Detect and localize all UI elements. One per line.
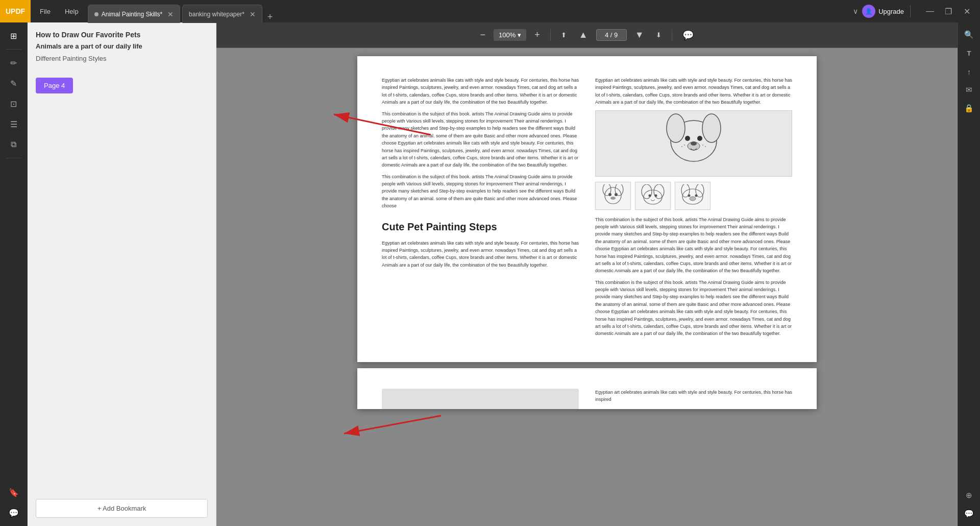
pdf-toolbar: − 100% ▾ + ⬆ ▲ 4 / 9 ▼ ⬇ 💬 <box>216 22 958 48</box>
help-menu[interactable]: Help <box>58 0 86 22</box>
minimize-button[interactable]: — <box>921 4 939 19</box>
svg-point-25 <box>688 194 691 197</box>
pdf-scroll-area[interactable]: Egyptian art celebrates animals like cat… <box>216 48 958 526</box>
maximize-button[interactable]: ❐ <box>939 4 958 19</box>
tab-close-button[interactable]: ✕ <box>167 10 174 18</box>
svg-point-1 <box>667 114 685 142</box>
add-tab-button[interactable]: + <box>262 12 278 22</box>
sidebar-edit-icon[interactable]: ✏ <box>4 54 24 72</box>
close-button[interactable]: ✕ <box>958 4 976 19</box>
zoom-level: 100% <box>499 31 516 39</box>
main-area: ⊞ ✏ ✎ ⊡ ☰ ⧉ 🔖 💬 How to Draw Our Favorite… <box>0 22 980 526</box>
zoom-in-button[interactable]: + <box>530 28 544 42</box>
titlebar: UPDF File Help Animal Painting Skills* ✕… <box>0 0 980 22</box>
tab-banking[interactable]: banking whitepaper* ✕ <box>182 5 262 23</box>
upgrade-label: Upgrade <box>878 8 904 15</box>
pdf-right-para1: Egyptian art celebrates animals like cat… <box>595 77 792 106</box>
sketch3 <box>675 182 710 210</box>
right-search-icon[interactable]: 🔍 <box>960 27 978 43</box>
sidebar-divider <box>6 49 21 50</box>
tab-label: banking whitepaper* <box>189 11 244 18</box>
panel-title[interactable]: How to Draw Our Favorite Pets <box>36 31 208 39</box>
sidebar-grid-icon[interactable]: ⊞ <box>4 27 24 45</box>
svg-point-2 <box>702 114 721 142</box>
pdf-page5-cols: Egyptian art celebrates animals like cat… <box>382 389 792 409</box>
zoom-dropdown-icon[interactable]: ▾ <box>518 31 521 39</box>
pdf-area: − 100% ▾ + ⬆ ▲ 4 / 9 ▼ ⬇ 💬 Egyptian art <box>216 22 958 526</box>
page-badge[interactable]: Page 4 <box>36 78 73 93</box>
titlebar-divider <box>910 5 911 17</box>
pdf-page5-text: Egyptian art celebrates animals like cat… <box>595 389 792 403</box>
svg-point-14 <box>608 193 611 196</box>
dog-illustration <box>595 110 792 177</box>
next-page-button[interactable]: ▼ <box>631 28 648 42</box>
user-avatar: 👤 <box>862 5 875 18</box>
panel-subtitle[interactable]: Animals are a part of our daily life <box>36 42 208 51</box>
sketch1 <box>595 182 631 210</box>
svg-point-6 <box>691 141 697 146</box>
panel-sidebar: How to Draw Our Favorite Pets Animals ar… <box>28 22 216 526</box>
svg-point-27 <box>690 197 696 201</box>
menu-bar: File Help <box>33 0 86 22</box>
dog-svg <box>648 113 740 174</box>
comment-button[interactable]: 💬 <box>678 28 698 43</box>
right-export-icon[interactable]: ↑ <box>960 63 978 80</box>
chevron-icon[interactable]: ∨ <box>853 7 858 15</box>
svg-point-20 <box>649 194 651 197</box>
last-page-button[interactable]: ⬇ <box>652 29 666 41</box>
file-menu[interactable]: File <box>33 0 58 22</box>
pdf-page5-left <box>382 389 579 409</box>
pdf-body-para1: Egyptian art celebrates animals like cat… <box>382 77 579 106</box>
svg-point-26 <box>695 194 698 197</box>
sidebar-comment-icon[interactable]: 💬 <box>4 504 24 522</box>
sidebar-divider2 <box>6 158 21 158</box>
right-comment-icon[interactable]: 💬 <box>960 506 978 522</box>
tab-label: Animal Painting Skills* <box>102 11 162 18</box>
left-icon-sidebar: ⊞ ✏ ✎ ⊡ ☰ ⧉ 🔖 💬 <box>0 22 28 526</box>
upgrade-button[interactable]: 👤 Upgrade <box>862 5 904 18</box>
pdf-section-heading: Cute Pet Painting Steps <box>382 220 579 233</box>
sidebar-bookmark-icon[interactable]: 🔖 <box>4 483 24 501</box>
tabs-area: Animal Painting Skills* ✕ banking whitep… <box>88 0 853 22</box>
panel-subtitle2[interactable]: Different Painting Styles <box>36 54 208 63</box>
pdf-right-para2: This combination is the subject of this … <box>595 216 792 275</box>
right-layers-icon[interactable]: ⊕ <box>960 487 978 504</box>
pdf-left-column: Egyptian art celebrates animals like cat… <box>382 77 579 342</box>
svg-point-8 <box>681 146 682 147</box>
svg-point-16 <box>610 197 616 200</box>
right-lock-icon[interactable]: 🔒 <box>960 100 978 116</box>
prev-page-button[interactable]: ▲ <box>575 28 592 42</box>
zoom-out-button[interactable]: − <box>476 28 490 42</box>
app-logo[interactable]: UPDF <box>0 0 31 22</box>
toolbar-divider2 <box>672 29 672 41</box>
tab-indicator <box>94 12 99 16</box>
right-text-icon[interactable]: T <box>960 45 978 61</box>
tab-close-button[interactable]: ✕ <box>250 10 256 18</box>
window-controls: — ❐ ✕ <box>921 4 976 19</box>
right-mail-icon[interactable]: ✉ <box>960 82 978 98</box>
svg-point-17 <box>644 190 662 204</box>
sketch-row <box>595 182 792 210</box>
pdf-body-para2: This combination is the subject of this … <box>382 110 579 169</box>
right-icon-sidebar: 🔍 T ↑ ✉ 🔒 ⊕ 💬 <box>958 22 980 526</box>
pdf-two-column-layout: Egyptian art celebrates animals like cat… <box>382 77 792 342</box>
sketch2 <box>635 182 671 210</box>
sidebar-pages-icon[interactable]: ⊡ <box>4 94 24 113</box>
sidebar-organize-icon[interactable]: ☰ <box>4 115 24 133</box>
zoom-display: 100% ▾ <box>494 29 526 41</box>
titlebar-right: ∨ 👤 Upgrade — ❐ ✕ <box>853 4 980 19</box>
first-page-button[interactable]: ⬆ <box>557 29 571 41</box>
add-bookmark-button[interactable]: + Add Bookmark <box>36 499 208 518</box>
svg-point-15 <box>615 193 618 196</box>
sidebar-layers-icon[interactable]: ⧉ <box>4 135 24 154</box>
sidebar-annotate-icon[interactable]: ✎ <box>4 74 24 92</box>
page-display[interactable]: 4 / 9 <box>596 29 627 41</box>
svg-point-10 <box>705 146 706 147</box>
pdf-page5-right: Egyptian art celebrates animals like cat… <box>595 389 792 409</box>
svg-point-4 <box>697 136 702 141</box>
svg-point-9 <box>702 145 703 146</box>
pdf-right-para3: This combination is the subject of this … <box>595 279 792 338</box>
svg-point-3 <box>685 136 690 141</box>
tab-animal-painting[interactable]: Animal Painting Skills* ✕ <box>88 5 180 23</box>
pdf-page-4: Egyptian art celebrates animals like cat… <box>357 56 817 362</box>
